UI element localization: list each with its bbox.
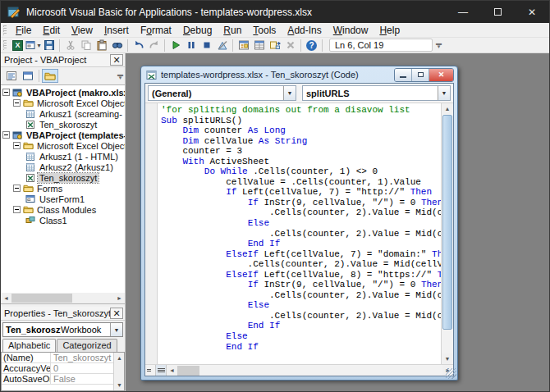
folder-icon bbox=[22, 141, 34, 151]
redo-icon[interactable] bbox=[146, 39, 162, 52]
code-restore-button[interactable] bbox=[412, 69, 429, 81]
project-panel-close-icon[interactable]: ✕ bbox=[110, 54, 123, 66]
toolbox-icon[interactable] bbox=[282, 39, 298, 52]
view-code-icon[interactable] bbox=[3, 69, 20, 83]
tab-alphabetic[interactable]: Alphabetic bbox=[2, 339, 56, 353]
chevron-down-icon[interactable]: ▼ bbox=[438, 86, 450, 100]
properties-window-icon[interactable] bbox=[251, 39, 267, 52]
properties-vscrollbar[interactable]: ▲ ▼ bbox=[113, 353, 124, 390]
undo-icon[interactable] bbox=[131, 39, 146, 52]
collapse-icon[interactable] bbox=[13, 99, 21, 107]
property-value[interactable]: False bbox=[51, 374, 113, 384]
tree-item-microsoft-excel-objects[interactable]: Microsoft Excel Objects bbox=[1, 140, 125, 151]
view-excel-icon[interactable]: X bbox=[10, 39, 25, 52]
code-minimize-button[interactable] bbox=[395, 69, 412, 81]
procedure-view-button[interactable] bbox=[145, 365, 156, 376]
view-object-icon[interactable] bbox=[20, 69, 36, 83]
divider bbox=[300, 39, 301, 52]
property-row[interactable]: AutoSaveOnFalse bbox=[2, 374, 113, 385]
tree-item-arkusz2-arkusz1[interactable]: Arkusz2 (Arkusz1) bbox=[1, 162, 125, 172]
copy-icon[interactable] bbox=[78, 39, 94, 52]
scrollbar-thumb[interactable] bbox=[177, 366, 199, 376]
toggle-folders-icon[interactable] bbox=[42, 69, 58, 83]
tree-item-vbaproject-templates[interactable]: VBAProject (templates- bbox=[1, 130, 125, 140]
reset-icon[interactable] bbox=[199, 39, 214, 52]
menu-item-edit[interactable]: Edit bbox=[37, 24, 66, 37]
collapse-icon[interactable] bbox=[13, 142, 21, 149]
scroll-left-icon[interactable]: ◄ bbox=[1, 293, 11, 303]
menu-item-debug[interactable]: Debug bbox=[177, 24, 218, 37]
scroll-up-icon[interactable]: ▲ bbox=[442, 103, 453, 114]
tree-item-class1[interactable]: Class1 bbox=[1, 215, 125, 226]
close-button[interactable]: ✕ bbox=[515, 1, 549, 23]
menu-item-window[interactable]: Window bbox=[328, 24, 374, 37]
design-mode-icon[interactable] bbox=[214, 39, 230, 52]
collapse-icon[interactable] bbox=[13, 185, 21, 192]
find-icon[interactable] bbox=[109, 39, 125, 52]
tree-item-forms[interactable]: Forms bbox=[1, 183, 125, 194]
code-close-button[interactable]: ✕ bbox=[429, 69, 453, 81]
maximize-button[interactable] bbox=[480, 1, 515, 23]
minimize-button[interactable]: — bbox=[446, 1, 480, 23]
collapse-icon[interactable] bbox=[13, 206, 21, 213]
scroll-down-icon[interactable]: ▼ bbox=[114, 380, 125, 390]
menu-drag-handle[interactable] bbox=[3, 25, 7, 35]
properties-panel-close-icon[interactable]: ✕ bbox=[110, 308, 123, 319]
menu-item-add-ins[interactable]: Add-Ins bbox=[282, 24, 327, 37]
scroll-up-icon[interactable]: ▲ bbox=[114, 353, 125, 363]
tree-item-arkusz1-screaming[interactable]: Arkusz1 (screaming- bbox=[1, 108, 125, 119]
tree-item-class-modules[interactable]: Class Modules bbox=[1, 204, 125, 215]
property-value[interactable]: 0 bbox=[51, 363, 113, 373]
property-row[interactable]: (Name)Ten_skoroszyt bbox=[2, 353, 113, 363]
break-icon[interactable] bbox=[183, 39, 199, 52]
toolbar-drag-handle[interactable] bbox=[3, 40, 7, 50]
resize-grip[interactable] bbox=[446, 368, 456, 379]
property-row[interactable]: AccuracyVersion0 bbox=[2, 363, 113, 374]
menu-item-format[interactable]: Format bbox=[135, 24, 177, 37]
object-browser-icon[interactable] bbox=[267, 39, 282, 52]
menu-item-help[interactable]: Help bbox=[374, 24, 406, 37]
help-icon[interactable]: ? bbox=[304, 39, 319, 52]
menu-item-insert[interactable]: Insert bbox=[99, 24, 135, 37]
cut-icon[interactable] bbox=[62, 39, 78, 52]
tree-item-ten-skoroszyt[interactable]: Ten_skoroszyt bbox=[1, 119, 125, 130]
procedure-dropdown[interactable]: splitURLS ▼ bbox=[302, 85, 451, 101]
object-selector-combobox[interactable]: Ten_skoroszyt Workbook ▼ bbox=[2, 322, 123, 337]
tree-item-arkusz1-1-html[interactable]: Arkusz1 (1 - HTML) bbox=[1, 151, 125, 162]
tree-item-userform1[interactable]: UserForm1 bbox=[1, 194, 125, 204]
scrollbar-thumb[interactable] bbox=[11, 294, 72, 303]
toolbar-overflow-button[interactable]: ▬▾ bbox=[433, 39, 444, 52]
tab-categorized[interactable]: Categorized bbox=[57, 339, 117, 352]
project-explorer-icon[interactable] bbox=[236, 39, 251, 52]
scroll-right-icon[interactable]: ► bbox=[114, 293, 125, 303]
code-window-titlebar[interactable]: templates-wordpress.xlsx - Ten_skoroszyt… bbox=[144, 66, 454, 83]
run-icon[interactable] bbox=[167, 39, 183, 52]
code-line: Else bbox=[161, 218, 441, 229]
code-editor[interactable]: 'for splitting domains out from a disavo… bbox=[158, 103, 441, 364]
project-tree-hscrollbar[interactable]: ◄ ► bbox=[1, 293, 125, 303]
collapse-icon[interactable] bbox=[2, 89, 10, 96]
object-dropdown[interactable]: (General) ▼ bbox=[148, 85, 296, 101]
project-toolbar-overflow-button[interactable]: ▬▾ bbox=[117, 73, 123, 80]
property-value[interactable]: Ten_skoroszyt bbox=[51, 353, 113, 362]
chevron-down-icon[interactable]: ▼ bbox=[110, 323, 122, 336]
full-module-view-button[interactable] bbox=[156, 365, 167, 376]
scroll-left-icon[interactable]: ◄ bbox=[167, 365, 177, 376]
menu-item-view[interactable]: View bbox=[66, 24, 99, 37]
tree-item-ten-skoroszyt[interactable]: Ten_skoroszyt bbox=[1, 172, 125, 183]
save-icon[interactable] bbox=[41, 39, 57, 52]
menu-item-file[interactable]: File bbox=[10, 24, 37, 37]
insert-userform-icon[interactable]: ▾ bbox=[25, 39, 41, 52]
chevron-down-icon[interactable]: ▼ bbox=[283, 86, 296, 100]
collapse-icon[interactable] bbox=[2, 131, 10, 139]
scrollbar-thumb[interactable] bbox=[442, 115, 452, 330]
menu-item-run[interactable]: Run bbox=[218, 24, 247, 37]
code-vscrollbar[interactable]: ▲ ▼ bbox=[441, 103, 453, 364]
tree-item-vbaproject-makro-xlsx[interactable]: VBAProject (makro.xlsx bbox=[1, 87, 125, 98]
folder-icon bbox=[22, 205, 34, 215]
tree-item-microsoft-excel-objects[interactable]: Microsoft Excel Objects bbox=[1, 98, 125, 108]
code-line: ElseIf Left(cellValue, 8) = "https://" T bbox=[161, 270, 441, 280]
paste-icon[interactable] bbox=[94, 39, 109, 52]
scroll-down-icon[interactable]: ▼ bbox=[442, 353, 453, 364]
menu-item-tools[interactable]: Tools bbox=[247, 24, 282, 37]
